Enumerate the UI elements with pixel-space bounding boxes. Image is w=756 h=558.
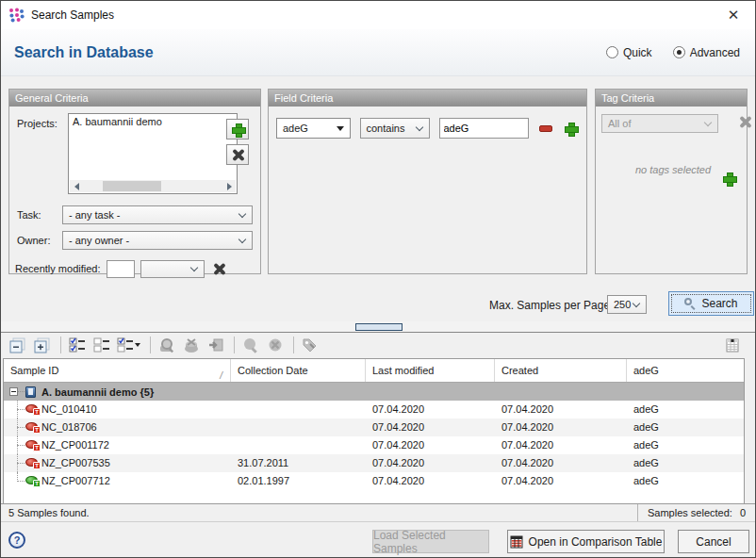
created: 07.04.2020: [495, 436, 627, 454]
column-header-created[interactable]: Created: [495, 359, 627, 382]
adeg-value: adeG: [627, 436, 744, 454]
toolbar-separator: [60, 336, 61, 353]
zoom-selection-icon: [239, 335, 262, 355]
uncheck-all-icon[interactable]: [90, 335, 113, 355]
sample-status-icon-red: T: [25, 421, 41, 434]
samples-found-text: 5 Samples found.: [1, 507, 637, 518]
open-in-comparison-table-label: Open in Comparison Table: [529, 535, 663, 549]
load-selected-samples-button: Load Selected Samples: [372, 530, 489, 553]
projects-hscrollbar[interactable]: [70, 180, 236, 192]
add-field-criterion-button[interactable]: [563, 119, 579, 138]
close-icon[interactable]: ✕: [725, 7, 742, 24]
adeg-value: adeG: [627, 454, 744, 472]
scroll-track[interactable]: [83, 180, 222, 192]
plus-icon: [565, 123, 577, 135]
toolbar-separator: [150, 336, 151, 353]
chevron-down-icon: [633, 299, 640, 306]
help-icon[interactable]: ?: [8, 532, 25, 549]
recently-modified-value-input[interactable]: [107, 260, 135, 278]
check-menu-icon[interactable]: [115, 335, 143, 355]
column-header-sample-id[interactable]: Sample ID/: [4, 359, 231, 382]
general-criteria-panel: General Criteria Projects: A. baumannii …: [8, 89, 261, 274]
remove-selection-icon: [264, 335, 287, 355]
expand-all-icon[interactable]: [31, 335, 54, 355]
table-header-row: Sample ID/ Collection Date Last modified…: [4, 359, 744, 383]
adeg-value: adeG: [627, 418, 744, 436]
check-all-icon[interactable]: [66, 335, 89, 355]
general-criteria-title: General Criteria: [9, 90, 260, 107]
table-row[interactable]: T NZ_CP001172 07.04.2020 07.04.2020 adeG: [4, 436, 744, 454]
collection-date: 31.07.2011: [231, 454, 366, 472]
clear-recently-modified-button[interactable]: [210, 259, 229, 278]
sample-id: NZ_CP001172: [41, 439, 109, 451]
remove-project-button[interactable]: [226, 144, 249, 165]
field-name-select[interactable]: adeG: [276, 118, 351, 139]
radio-quick-circle: [606, 46, 618, 58]
column-header-last-modified[interactable]: Last modified: [366, 359, 495, 382]
chevron-down-icon: [189, 263, 197, 271]
created: 07.04.2020: [495, 454, 627, 472]
tag-mode-select: All of: [601, 114, 718, 133]
recently-modified-unit-select[interactable]: [140, 260, 205, 278]
scroll-thumb[interactable]: [103, 181, 161, 191]
project-group-row[interactable]: A. baumannii demo {5}: [4, 383, 744, 401]
sample-id: NZ_CP007712: [41, 475, 110, 486]
table-row[interactable]: T NZ_CP007535 31.07.2011 07.04.2020 07.0…: [4, 454, 744, 472]
max-samples-select[interactable]: 250: [607, 295, 647, 314]
search-button[interactable]: Search: [668, 291, 754, 316]
sample-status-icon-red: T: [25, 403, 41, 416]
cancel-button[interactable]: Cancel: [678, 530, 749, 553]
projects-listbox[interactable]: A. baumannii demo: [68, 113, 238, 194]
collection-date: [231, 401, 366, 418]
field-criteria-panel: Field Criteria adeG contains: [268, 89, 587, 274]
radio-quick-label: Quick: [623, 46, 652, 59]
sample-status-icon-green: T: [25, 475, 41, 487]
sample-id: NZ_CP007535: [41, 457, 110, 468]
search-samples-dialog: Search Samples ✕ Search in Database Quic…: [0, 0, 756, 558]
app-icon: [8, 8, 25, 23]
column-config-icon[interactable]: [721, 335, 744, 355]
table-row[interactable]: T NC_010410 07.04.2020 07.04.2020 adeG: [4, 401, 744, 418]
adeg-value: adeG: [627, 472, 744, 490]
collapse-group-icon[interactable]: [9, 387, 18, 396]
owner-label: Owner:: [15, 235, 62, 246]
field-query-input[interactable]: [439, 118, 529, 139]
x-icon: [213, 263, 225, 275]
task-select[interactable]: - any task -: [62, 205, 253, 224]
add-project-button[interactable]: [226, 119, 249, 140]
owner-select[interactable]: - any owner -: [62, 231, 253, 250]
mode-radio-group: Quick Advanced: [606, 29, 740, 75]
operator-select[interactable]: contains: [360, 118, 430, 139]
table-row[interactable]: T NZ_CP007712 02.01.1997 07.04.2020 07.0…: [4, 472, 744, 490]
samples-selected-area: Samples selected: 0: [637, 504, 755, 521]
column-header-adeg[interactable]: adeG: [627, 359, 744, 382]
add-tag-button[interactable]: [719, 169, 738, 188]
field-criteria-title: Field Criteria: [269, 90, 586, 107]
radio-advanced[interactable]: Advanced: [673, 46, 740, 59]
scroll-right-icon[interactable]: [222, 180, 236, 192]
created: 07.04.2020: [495, 418, 627, 436]
remove-field-criterion-button[interactable]: [538, 119, 554, 138]
operator-value: contains: [367, 123, 405, 134]
last-modified: 07.04.2020: [366, 401, 495, 418]
chevron-down-icon: [238, 235, 246, 242]
plus-icon: [723, 172, 735, 185]
collapse-all-icon[interactable]: [7, 335, 29, 355]
footer-bar: ? Load Selected Samples Open in Comparis…: [1, 523, 755, 557]
load-selected-icon: [156, 335, 178, 355]
chevron-down-icon: [238, 209, 246, 217]
collection-date: [231, 436, 366, 454]
projects-value: A. baumannii demo: [73, 116, 162, 127]
max-samples-label: Max. Samples per Page:: [489, 299, 613, 312]
radio-quick[interactable]: Quick: [606, 46, 652, 59]
task-label: Task:: [15, 209, 62, 221]
scroll-left-icon[interactable]: [70, 180, 83, 192]
sample-status-icon-red: T: [25, 457, 41, 469]
load-selected-samples-label: Load Selected Samples: [373, 529, 488, 555]
last-modified: 07.04.2020: [366, 472, 495, 490]
table-row[interactable]: T NC_018706 07.04.2020 07.04.2020 adeG: [4, 418, 744, 436]
column-header-collection-date[interactable]: Collection Date: [231, 359, 366, 382]
open-in-comparison-table-button[interactable]: Open in Comparison Table: [507, 530, 665, 553]
splitter-handle[interactable]: [355, 323, 403, 331]
task-value: - any task -: [69, 209, 120, 221]
